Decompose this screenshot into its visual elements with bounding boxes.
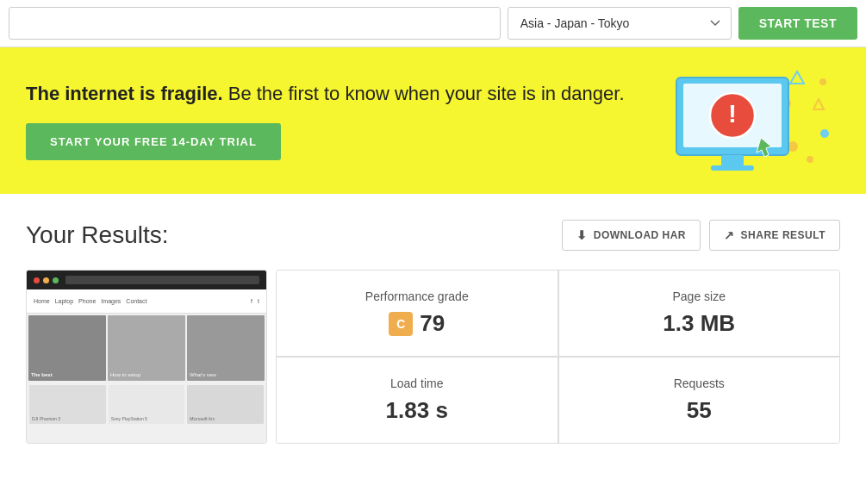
download-icon: ⬇ bbox=[576, 228, 588, 242]
performance-grade-label: Performance grade bbox=[365, 289, 469, 303]
svg-marker-0 bbox=[790, 72, 804, 84]
banner-headline-bold: The internet is fragile. bbox=[26, 83, 223, 104]
requests-cell: Requests 55 bbox=[558, 357, 840, 443]
requests-value: 55 bbox=[687, 397, 712, 424]
results-section: Your Results: ⬇ DOWNLOAD HAR ↗ SHARE RES… bbox=[0, 194, 866, 461]
results-grid: Home Laptop Phone Images Contact f t The… bbox=[26, 270, 840, 444]
performance-grade-cell: Performance grade C 79 bbox=[277, 271, 558, 357]
banner: The internet is fragile. Be the first to… bbox=[0, 47, 866, 194]
svg-marker-1 bbox=[813, 99, 824, 109]
requests-number: 55 bbox=[687, 397, 712, 424]
performance-score: 79 bbox=[420, 310, 445, 337]
results-header: Your Results: ⬇ DOWNLOAD HAR ↗ SHARE RES… bbox=[26, 220, 840, 251]
banner-text-area: The internet is fragile. Be the first to… bbox=[26, 81, 651, 160]
page-size-cell: Page size 1.3 MB bbox=[558, 271, 840, 357]
performance-grade-value: C 79 bbox=[389, 310, 445, 337]
share-result-button[interactable]: ↗ SHARE RESULT bbox=[709, 220, 840, 251]
top-bar: http://mggh-tinohostu.tk/ Asia - Japan -… bbox=[0, 0, 866, 47]
svg-rect-10 bbox=[711, 165, 754, 171]
download-har-label: DOWNLOAD HAR bbox=[594, 229, 686, 241]
location-select[interactable]: Asia - Japan - TokyoUSA - VirginiaEurope… bbox=[508, 7, 732, 40]
svg-point-3 bbox=[819, 78, 826, 85]
download-har-button[interactable]: ⬇ DOWNLOAD HAR bbox=[562, 220, 701, 251]
load-time-cell: Load time 1.83 s bbox=[277, 357, 558, 443]
page-size-number: 1.3 MB bbox=[663, 310, 735, 337]
results-actions: ⬇ DOWNLOAD HAR ↗ SHARE RESULT bbox=[562, 220, 840, 251]
load-time-number: 1.83 s bbox=[386, 397, 448, 424]
metrics-grid: Performance grade C 79 Page size 1.3 MB … bbox=[276, 270, 840, 444]
svg-rect-9 bbox=[721, 155, 744, 167]
page-size-label: Page size bbox=[673, 289, 726, 303]
load-time-label: Load time bbox=[390, 376, 443, 390]
requests-label: Requests bbox=[674, 376, 725, 390]
banner-headline-rest: Be the first to know when your site is i… bbox=[223, 83, 625, 104]
page-size-value: 1.3 MB bbox=[663, 310, 735, 337]
banner-headline: The internet is fragile. Be the first to… bbox=[26, 81, 651, 108]
svg-point-6 bbox=[807, 156, 813, 163]
banner-cta-button[interactable]: START YOUR FREE 14-DAY TRIAL bbox=[26, 123, 281, 160]
grade-badge: C bbox=[389, 312, 413, 336]
svg-text:!: ! bbox=[728, 99, 737, 128]
banner-illustration: ! bbox=[651, 65, 840, 177]
svg-point-5 bbox=[820, 129, 829, 138]
url-input[interactable]: http://mggh-tinohostu.tk/ bbox=[9, 7, 501, 40]
share-result-label: SHARE RESULT bbox=[741, 229, 826, 241]
monitor-illustration: ! bbox=[659, 65, 832, 177]
site-screenshot: Home Laptop Phone Images Contact f t The… bbox=[27, 271, 266, 443]
load-time-value: 1.83 s bbox=[386, 397, 448, 424]
screenshot-box: Home Laptop Phone Images Contact f t The… bbox=[26, 270, 267, 444]
share-icon: ↗ bbox=[724, 228, 735, 242]
results-title: Your Results: bbox=[26, 221, 169, 249]
start-test-button[interactable]: START TEST bbox=[738, 7, 857, 40]
